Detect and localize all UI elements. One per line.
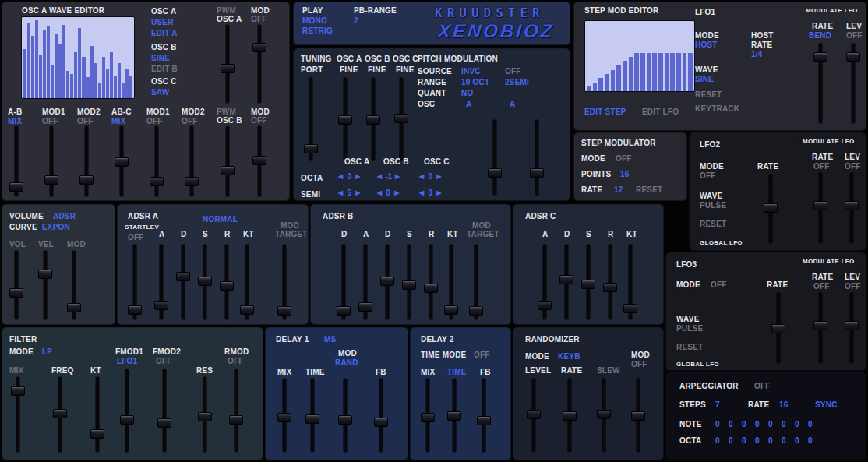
source2-value[interactable]: OFF <box>505 67 521 76</box>
ab-mod1-slider[interactable] <box>44 126 58 196</box>
range2-value[interactable]: 2SEMI <box>505 78 529 86</box>
lfo2-mod-rate-value[interactable]: OFF <box>813 162 830 171</box>
play-mode-value[interactable]: MONO <box>302 16 327 25</box>
pwm-a-mod-slider[interactable] <box>252 25 266 103</box>
mod1-value[interactable]: OFF <box>42 117 58 125</box>
abc-mod2-slider[interactable] <box>185 126 199 196</box>
ab-mix-value[interactable]: MIX <box>8 117 22 125</box>
step-display[interactable] <box>584 20 695 92</box>
delay2-time-value[interactable]: TIME <box>447 368 467 376</box>
pb-range-value[interactable]: 2 <box>354 16 358 25</box>
vol-slider[interactable] <box>9 251 23 319</box>
abc-mix-slider[interactable] <box>115 126 129 196</box>
stepmod-reset-button[interactable]: RESET <box>636 185 662 194</box>
delay1-mod-value[interactable]: RAND <box>335 358 358 367</box>
lfo2-mod-rate-slider[interactable] <box>813 173 827 243</box>
lfo1-wave-value[interactable]: SINE <box>695 75 714 83</box>
fmod2-value[interactable]: OFF <box>156 357 172 365</box>
arp-rate-value[interactable]: 16 <box>779 400 789 409</box>
fmod1-value[interactable]: LFO1 <box>117 357 137 365</box>
adsr-a-attack-slider[interactable] <box>154 245 168 319</box>
lfo3-global-label[interactable]: GLOBAL LFO <box>676 361 719 369</box>
increment-icon[interactable]: ▶ <box>355 190 360 196</box>
arp-note-4[interactable]: 0 <box>768 420 773 428</box>
source1-value[interactable]: INVC <box>461 67 481 76</box>
arp-octa-5[interactable]: 0 <box>782 436 786 445</box>
fmod1-slider[interactable] <box>120 369 134 452</box>
adsr-b-attack-slider[interactable] <box>358 245 372 319</box>
lfo1-mod-rate-value[interactable]: BEND <box>809 31 831 40</box>
delay1-mix-slider[interactable] <box>277 379 291 452</box>
wave-editor-display[interactable] <box>21 16 135 99</box>
arp-state-value[interactable]: OFF <box>754 382 771 390</box>
pwm-a-mod-value[interactable]: OFF <box>251 15 267 23</box>
adsr-b-mod-slider[interactable] <box>469 245 483 319</box>
lfo1-reset-button[interactable]: RESET <box>695 90 722 99</box>
rand-level-slider[interactable] <box>527 379 541 452</box>
delay1-fb-slider[interactable] <box>374 379 388 452</box>
adsr-b-delay-slider[interactable] <box>337 245 351 319</box>
lfo3-mod-lev-slider[interactable] <box>845 293 859 363</box>
increment-icon[interactable]: ▶ <box>436 190 441 196</box>
increment-icon[interactable]: ▶ <box>436 174 441 180</box>
increment-icon[interactable]: ▶ <box>355 174 360 180</box>
fine-b-slider[interactable] <box>366 78 380 160</box>
osc-a-wave-value[interactable]: USER <box>151 18 174 26</box>
ab-mod2-slider[interactable] <box>79 126 94 196</box>
fine-a-slider[interactable] <box>338 78 352 160</box>
filter-mix-slider[interactable] <box>11 377 25 452</box>
decrement-icon[interactable]: ◀ <box>338 190 343 196</box>
adsr-c-release-slider[interactable] <box>603 245 617 319</box>
curve-value[interactable]: EXPON <box>42 223 70 231</box>
lfo2-global-label[interactable]: GLOBAL LFO <box>700 240 743 247</box>
rmod-slider[interactable] <box>229 369 243 452</box>
lfo3-mode-value[interactable]: OFF <box>711 280 727 289</box>
arp-sync-button[interactable]: SYNC <box>815 400 838 409</box>
delay1-mod-slider[interactable] <box>338 379 352 452</box>
pitch-mod1-slider[interactable] <box>488 120 502 195</box>
lfo3-mod-lev-value[interactable]: OFF <box>845 282 861 291</box>
range1-value[interactable]: 10 OCT <box>461 78 489 86</box>
edit-lfo-button[interactable]: EDIT LFO <box>642 108 679 116</box>
rand-mode-value[interactable]: KEYB <box>558 352 580 361</box>
delay1-mode-value[interactable]: MS <box>324 335 336 344</box>
pitch-mod2-slider[interactable] <box>530 120 544 195</box>
decrement-icon[interactable]: ◀ <box>419 190 424 196</box>
lfo1-keytrack-button[interactable]: KEYTRACK <box>695 104 739 113</box>
edit-step-button[interactable]: EDIT STEP <box>584 108 626 116</box>
adsr-a-release-slider[interactable] <box>220 245 234 319</box>
filter-kt-slider[interactable] <box>90 377 104 452</box>
startlev-value[interactable]: OFF <box>128 233 144 242</box>
arp-octa-2[interactable]: 0 <box>742 436 746 445</box>
adsr-b-decay-slider[interactable] <box>380 245 394 319</box>
quant-value[interactable]: NO <box>461 89 473 97</box>
stepmod-points-value[interactable]: 16 <box>620 170 630 178</box>
mod2-value[interactable]: OFF <box>77 117 94 125</box>
lfo3-mod-rate-slider[interactable] <box>813 293 827 363</box>
rand-rate-slider[interactable] <box>563 379 577 452</box>
delay2-fb-slider[interactable] <box>477 379 491 452</box>
volume-mode-value[interactable]: ADSR <box>53 212 76 220</box>
vel-slider[interactable] <box>38 251 52 319</box>
filter-freq-slider[interactable] <box>53 377 67 452</box>
fine-c-slider[interactable] <box>394 78 408 160</box>
arp-octa-6[interactable]: 0 <box>795 436 799 445</box>
pwm-osc-b-slider[interactable] <box>221 126 235 196</box>
stepmod-rate-value[interactable]: 12 <box>614 185 623 194</box>
decrement-icon[interactable]: ◀ <box>419 174 424 180</box>
lfo3-mod-rate-value[interactable]: OFF <box>813 282 830 291</box>
osc-b-edit-button[interactable]: EDIT B <box>151 65 178 73</box>
mod1b-value[interactable]: OFF <box>146 117 163 125</box>
lfo2-reset-button[interactable]: RESET <box>700 220 726 228</box>
rand-slew-slider[interactable] <box>597 379 611 452</box>
adsr-a-kt-slider[interactable] <box>240 245 254 319</box>
adsr-a-sustain-slider[interactable] <box>198 245 212 319</box>
increment-icon[interactable]: ▶ <box>395 174 400 180</box>
adsr-c-attack-slider[interactable] <box>538 245 552 319</box>
arp-octa-7[interactable]: 0 <box>808 436 813 445</box>
fmod2-slider[interactable] <box>157 369 171 452</box>
osc-b-wave-value[interactable]: SINE <box>151 54 170 62</box>
pitch-osc1-value[interactable]: A <box>466 100 471 108</box>
lfo3-reset-button[interactable]: RESET <box>676 343 703 351</box>
lfo1-mod-rate-slider[interactable] <box>813 44 827 123</box>
